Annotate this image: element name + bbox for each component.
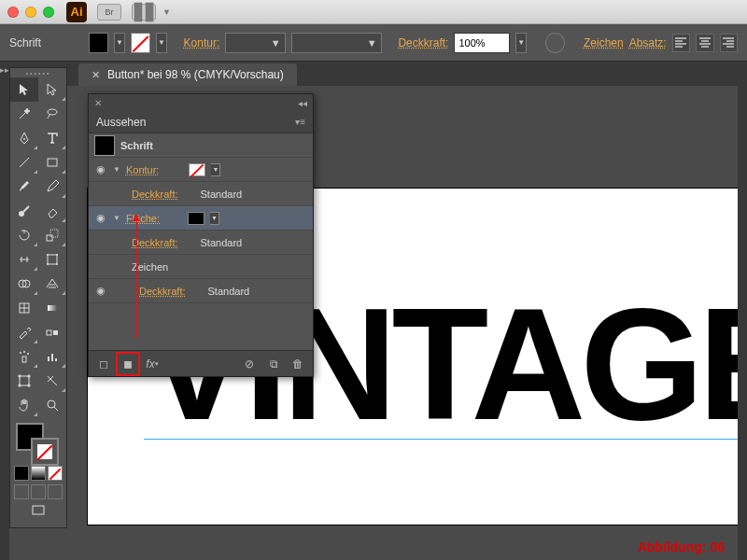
shape-builder-tool[interactable] [10, 272, 38, 296]
stroke-panel-link[interactable]: Kontur: [184, 36, 220, 49]
rotate-tool[interactable] [10, 223, 38, 247]
artboard-tool[interactable] [10, 369, 38, 393]
disclosure-triangle-icon[interactable]: ▼ [113, 165, 120, 174]
perspective-grid-tool[interactable] [38, 272, 66, 296]
color-mode-button[interactable] [14, 466, 29, 481]
recolor-artwork-button[interactable] [545, 33, 565, 53]
appearance-type-row[interactable]: Schrift [89, 133, 313, 158]
draw-inside-button[interactable] [48, 484, 63, 499]
close-panel-icon[interactable]: ✕ [94, 98, 102, 108]
mesh-tool[interactable] [10, 296, 38, 320]
zoom-tool[interactable] [38, 393, 66, 417]
visibility-toggle-icon[interactable]: ◉ [94, 285, 107, 297]
right-dock-collapse[interactable] [738, 62, 747, 560]
screen-mode-button[interactable] [10, 499, 66, 522]
draw-behind-button[interactable] [31, 484, 46, 499]
left-dock-collapse[interactable]: ▸▸ [0, 62, 9, 560]
draw-normal-button[interactable] [14, 484, 29, 499]
close-tab-icon[interactable]: ✕ [92, 69, 100, 81]
appearance-characters-row[interactable]: Zeichen [89, 255, 313, 279]
panel-menu-icon[interactable]: ▾≡ [295, 117, 305, 127]
scale-tool[interactable] [38, 223, 66, 247]
stroke-swatch[interactable] [131, 33, 150, 53]
blob-brush-tool[interactable] [10, 199, 38, 223]
fill-link[interactable]: Fläche: [126, 213, 160, 224]
line-segment-tool[interactable] [10, 150, 38, 175]
new-fill-button[interactable]: ◼ [119, 355, 137, 373]
rectangle-tool[interactable] [38, 150, 66, 175]
fill-color-dropdown[interactable]: ▼ [210, 212, 219, 225]
appearance-stroke-row[interactable]: ◉ ▼ Kontur: ▼ [89, 158, 313, 182]
window-titlebar: Ai Br ▼ [0, 0, 747, 24]
free-transform-tool[interactable] [38, 247, 66, 272]
symbol-sprayer-tool[interactable] [10, 344, 38, 369]
appearance-fill-opacity-row[interactable]: Deckkraft: Standard [89, 231, 313, 255]
disclosure-triangle-icon[interactable]: ▼ [113, 214, 120, 222]
minimize-window-button[interactable] [25, 7, 36, 18]
paintbrush-tool[interactable] [10, 175, 38, 199]
selection-context-label: Schrift [9, 36, 41, 49]
opacity-link[interactable]: Deckkraft: [139, 286, 186, 297]
svg-rect-28 [33, 506, 44, 514]
zoom-window-button[interactable] [43, 7, 54, 18]
svg-rect-7 [50, 230, 58, 237]
align-left-button[interactable] [672, 34, 690, 52]
lasso-tool[interactable] [38, 102, 66, 126]
stroke-link[interactable]: Kontur: [126, 164, 159, 175]
character-panel-link[interactable]: Zeichen [584, 36, 624, 49]
stroke-swatch-dropdown[interactable]: ▼ [156, 33, 167, 53]
variable-width-profile-dropdown[interactable]: ▼ [291, 33, 382, 53]
svg-point-9 [47, 254, 49, 256]
align-right-button[interactable] [720, 34, 738, 52]
stroke-color-swatch[interactable] [189, 163, 205, 176]
collapse-panel-icon[interactable]: ◂◂ [298, 98, 307, 108]
stroke-color-box[interactable] [31, 438, 59, 466]
close-window-button[interactable] [7, 7, 19, 18]
visibility-toggle-icon[interactable]: ◉ [94, 163, 107, 175]
magic-wand-tool[interactable] [10, 102, 38, 126]
direct-selection-tool[interactable] [38, 77, 66, 102]
appearance-stroke-opacity-row[interactable]: Deckkraft: Standard [89, 182, 313, 206]
fill-stroke-control[interactable] [14, 421, 63, 464]
eraser-tool[interactable] [38, 199, 66, 223]
pen-tool[interactable] [10, 126, 38, 150]
delete-item-button[interactable]: 🗑 [289, 355, 307, 373]
stroke-color-dropdown[interactable]: ▼ [211, 163, 220, 176]
svg-rect-0 [134, 2, 143, 21]
pencil-tool[interactable] [38, 175, 66, 199]
paragraph-panel-link[interactable]: Absatz: [629, 36, 667, 49]
width-tool[interactable] [10, 247, 38, 272]
slice-tool[interactable] [38, 369, 66, 393]
eyedropper-tool[interactable] [10, 320, 38, 344]
bridge-button[interactable]: Br [97, 4, 121, 21]
fill-swatch-dropdown[interactable]: ▼ [114, 33, 125, 53]
visibility-toggle-icon[interactable]: ◉ [94, 212, 107, 224]
gradient-tool[interactable] [38, 296, 66, 320]
none-mode-button[interactable] [48, 466, 63, 481]
type-tool[interactable] [38, 126, 66, 150]
add-effect-button[interactable]: fx▾ [143, 355, 162, 373]
fill-color-swatch[interactable] [188, 212, 204, 225]
appearance-fill-row[interactable]: ◉ ▼ Fläche: ▼ [89, 206, 313, 231]
blend-tool[interactable] [38, 320, 66, 344]
opacity-link[interactable]: Deckkraft: [132, 237, 178, 248]
opacity-link[interactable]: Deckkraft: [132, 189, 178, 200]
new-stroke-button[interactable]: ◻ [94, 355, 113, 373]
selection-tool[interactable] [10, 77, 38, 102]
column-graph-tool[interactable] [38, 344, 66, 369]
duplicate-item-button[interactable]: ⧉ [264, 355, 283, 373]
type-label: Schrift [120, 140, 153, 151]
document-tab[interactable]: ✕ Button* bei 98 % (CMYK/Vorschau) [78, 63, 297, 86]
hand-tool[interactable] [10, 393, 38, 417]
opacity-panel-link[interactable]: Deckkraft: [398, 36, 448, 49]
opacity-input[interactable] [454, 33, 510, 53]
align-center-button[interactable] [696, 34, 713, 52]
opacity-dropdown[interactable]: ▼ [515, 33, 527, 53]
clear-appearance-button[interactable]: ⊘ [240, 355, 259, 373]
fill-swatch[interactable] [89, 33, 108, 53]
panel-tab-bar[interactable]: ✕ ◂◂ [89, 94, 313, 111]
stroke-weight-dropdown[interactable]: ▼ [225, 33, 285, 53]
gradient-mode-button[interactable] [31, 466, 46, 481]
arrange-documents-button[interactable] [132, 4, 156, 21]
appearance-object-opacity-row[interactable]: ◉ Deckkraft: Standard [89, 279, 313, 303]
